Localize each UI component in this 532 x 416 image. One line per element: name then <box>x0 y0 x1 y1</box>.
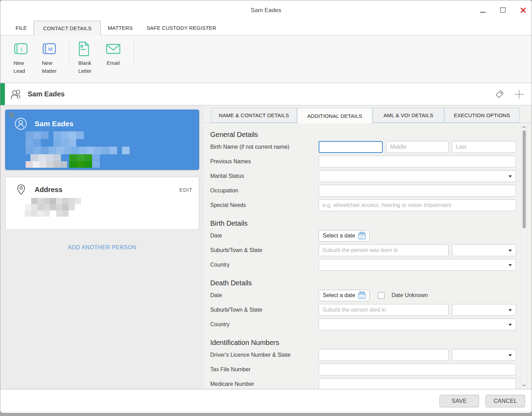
birth-name-label: Birth Name (if not current name) <box>210 144 319 150</box>
main-content: Sam Eades Address EDIT ADD ANOTHER PERSO… <box>0 105 532 389</box>
window-controls <box>480 0 526 20</box>
birth-state-select[interactable] <box>452 244 516 256</box>
tag-icon[interactable] <box>494 89 505 99</box>
medicare-number-label: Medicare Number <box>210 381 319 387</box>
title-bar: Sam Eades <box>0 0 532 20</box>
marital-status-select[interactable] <box>319 170 516 182</box>
general-details-heading: General Details <box>210 131 532 139</box>
birth-suburb-input[interactable] <box>319 244 449 256</box>
people-icon <box>10 89 23 99</box>
chevron-down-icon <box>508 250 512 252</box>
edit-address-link[interactable]: EDIT <box>179 187 193 193</box>
death-country-label: Country <box>210 321 319 328</box>
svg-text:17: 17 <box>361 235 364 239</box>
tab-name-contact-details[interactable]: NAME & CONTACT DETAILS <box>211 108 297 123</box>
birth-country-label: Country <box>210 262 319 268</box>
scrollbar-thumb[interactable] <box>523 130 526 228</box>
identification-numbers-heading: Identification Numbers <box>210 339 532 347</box>
window-title: Sam Eades <box>0 0 532 20</box>
tab-additional-details[interactable]: ADDITIONAL DETAILS <box>297 108 372 123</box>
licence-state-select[interactable] <box>452 349 516 361</box>
add-contact-plus-icon[interactable] <box>514 89 525 100</box>
ribbon-separator <box>134 42 134 63</box>
address-card: Address EDIT <box>5 177 199 230</box>
birth-first-name-input[interactable] <box>319 141 383 153</box>
additional-details-form: General Details Birth Name (if not curre… <box>204 123 532 389</box>
blank-letter-icon <box>78 41 90 57</box>
tab-aml-voi-details[interactable]: AML & VOI DETAILS <box>373 108 444 123</box>
location-pin-icon <box>17 184 25 195</box>
menu-tab-file[interactable]: FILE <box>9 21 34 35</box>
blank-letter-label-1: Blank <box>78 59 91 67</box>
new-matter-icon: M <box>41 41 57 57</box>
add-another-person-link[interactable]: ADD ANOTHER PERSON <box>68 244 136 250</box>
svg-text:L: L <box>20 46 23 52</box>
person-card[interactable]: Sam Eades <box>5 110 199 170</box>
previous-names-label: Previous Names <box>210 158 319 165</box>
occupation-input[interactable] <box>319 185 516 197</box>
new-matter-button[interactable]: M New Matter <box>38 41 64 75</box>
chevron-down-icon <box>508 309 512 311</box>
calendar-icon: 17 <box>358 232 366 240</box>
chevron-down-icon <box>508 264 512 266</box>
blank-letter-label-2: Letter <box>78 67 91 75</box>
save-button[interactable]: SAVE <box>440 395 479 407</box>
people-sidebar: Sam Eades Address EDIT ADD ANOTHER PERSO… <box>0 105 204 389</box>
blank-letter-button[interactable]: Blank Letter <box>74 41 100 75</box>
birth-country-select[interactable] <box>319 259 516 271</box>
calendar-icon: 17 <box>358 291 366 300</box>
tax-file-number-label: Tax File Number <box>210 366 319 373</box>
chevron-down-icon <box>508 354 512 356</box>
app-window: Sam Eades FILE CONTACT DETAILS MATTERS S… <box>0 0 532 413</box>
email-label-1: Email <box>107 59 120 67</box>
tax-file-number-input[interactable] <box>319 364 516 375</box>
birth-date-picker-button[interactable]: Select a date 17 <box>319 230 370 242</box>
svg-text:17: 17 <box>361 295 364 298</box>
medicare-number-input[interactable] <box>319 378 516 389</box>
drivers-licence-input[interactable] <box>319 349 449 361</box>
birth-details-heading: Birth Details <box>210 219 532 227</box>
death-country-select[interactable] <box>319 319 516 330</box>
details-panel: NAME & CONTACT DETAILS ADDITIONAL DETAIL… <box>204 105 532 389</box>
contact-header: Sam Eades <box>0 83 532 105</box>
email-button[interactable]: Email <box>103 41 129 67</box>
footer-bar: SAVE CANCEL <box>0 389 532 413</box>
minimize-icon[interactable] <box>480 12 486 13</box>
death-date-picker-button[interactable]: Select a date 17 <box>319 290 370 301</box>
special-needs-label: Special Needs <box>210 202 319 208</box>
death-date-label: Date <box>210 292 319 298</box>
scroll-down-icon[interactable] <box>521 382 527 388</box>
ribbon-separator <box>69 42 69 63</box>
death-details-heading: Death Details <box>210 279 532 287</box>
tab-execution-options[interactable]: EXECUTION OPTIONS <box>444 108 520 123</box>
svg-text:M: M <box>48 46 53 52</box>
maximize-icon[interactable] <box>500 7 506 13</box>
previous-names-input[interactable] <box>319 156 516 167</box>
person-card-name: Sam Eades <box>35 120 73 128</box>
menu-tab-matters[interactable]: MATTERS <box>101 21 140 35</box>
chevron-down-icon <box>508 175 512 177</box>
birth-middle-name-input[interactable] <box>386 141 449 153</box>
new-matter-label-2: Matter <box>42 67 57 75</box>
birth-last-name-input[interactable] <box>452 141 516 153</box>
menu-bar: FILE CONTACT DETAILS MATTERS SAFE CUSTOD… <box>0 20 532 35</box>
cancel-button[interactable]: CANCEL <box>486 395 525 407</box>
contact-type-color-bar <box>0 83 5 105</box>
special-needs-input[interactable] <box>319 199 516 211</box>
close-icon[interactable] <box>520 7 526 13</box>
address-card-title: Address <box>35 186 62 194</box>
menu-tab-contact-details[interactable]: CONTACT DETAILS <box>34 21 101 35</box>
new-lead-button[interactable]: L New Lead <box>9 41 36 75</box>
death-suburb-input[interactable] <box>319 304 449 316</box>
new-lead-icon: L <box>13 41 29 57</box>
chevron-down-icon <box>508 324 512 326</box>
menu-tab-safe-custody-register[interactable]: SAFE CUSTODY REGISTER <box>140 21 223 35</box>
date-unknown-checkbox[interactable] <box>378 292 384 299</box>
form-scrollbar[interactable] <box>521 123 527 389</box>
new-lead-label-2: Lead <box>14 67 25 75</box>
drivers-licence-label: Driver's Licence Number & State <box>210 352 319 358</box>
scroll-up-icon[interactable] <box>521 124 527 130</box>
birth-suburb-label: Suburb/Town & State <box>210 247 319 253</box>
person-avatar-icon <box>15 118 27 130</box>
death-state-select[interactable] <box>452 304 516 316</box>
